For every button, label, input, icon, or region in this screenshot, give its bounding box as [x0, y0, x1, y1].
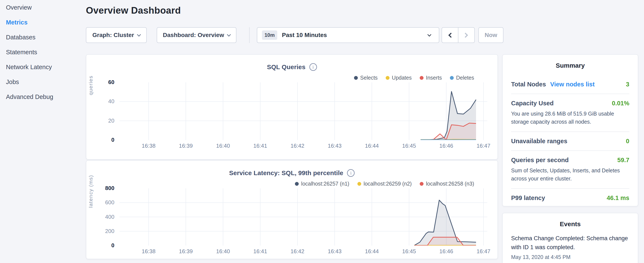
sidebar-item-overview[interactable]: Overview [0, 0, 85, 15]
x-axis-tick-label: 16:45 [394, 143, 424, 149]
y-axis-tick-label: 800 [95, 185, 114, 191]
summary-row-value: 46.1 ms [607, 194, 629, 201]
summary-title: Summary [511, 62, 629, 69]
chart-plot-area[interactable] [120, 188, 487, 245]
chevron-down-icon [427, 33, 431, 36]
summary-row: Queries per second59.7Sum of Selects, Up… [511, 150, 629, 188]
y-axis-ticks: 0200400600800 [95, 188, 114, 245]
chart-legend: SelectsUpdatesInsertsDeletes [354, 75, 474, 81]
next-time-window-button[interactable] [458, 28, 474, 43]
events-panel: Events Schema Change Completed: Schema c… [502, 213, 638, 263]
legend-label: localhost:26259 (n2) [364, 181, 412, 187]
legend-dot-icon [420, 182, 424, 186]
y-axis-tick-label: 400 [95, 214, 114, 220]
summary-row: Capacity Used0.01%You are using 28.6 MiB… [511, 94, 629, 132]
summary-row-label: Total Nodes [511, 81, 546, 88]
event-timestamp: May 13, 2020 at 4:45 PM [511, 254, 629, 260]
service-latency-chart-card: Service Latency: SQL, 99th percentile i … [86, 160, 498, 259]
sidebar-item-databases[interactable]: Databases [0, 30, 85, 45]
chart-title: Service Latency: SQL, 99th percentile [229, 169, 343, 177]
legend-item[interactable]: Inserts [420, 75, 442, 81]
x-axis-tick-label: 16:40 [208, 143, 238, 149]
x-axis-tick-label: 16:42 [282, 248, 312, 255]
summary-row-description: Sum of Selects, Updates, Inserts, and De… [511, 167, 629, 183]
chart-legend: localhost:26257 (n1)localhost:26259 (n2)… [295, 181, 474, 187]
legend-label: Inserts [426, 75, 442, 81]
summary-row: Total NodesView nodes list3 [511, 75, 629, 94]
sidebar-item-network-latency[interactable]: Network Latency [0, 60, 85, 75]
legend-item[interactable]: Deletes [450, 75, 474, 81]
legend-item[interactable]: Selects [354, 75, 378, 81]
sidebar-item-advanced-debug[interactable]: Advanced Debug [0, 89, 85, 104]
x-axis-tick-label: 16:47 [468, 248, 498, 255]
events-title: Events [511, 220, 629, 228]
chart-plot-area[interactable] [120, 82, 487, 140]
chevron-down-icon [227, 33, 231, 36]
info-icon[interactable]: i [347, 169, 355, 177]
legend-label: Selects [360, 75, 378, 81]
legend-dot-icon [420, 76, 424, 80]
sidebar-item-jobs[interactable]: Jobs [0, 75, 85, 89]
legend-item[interactable]: localhost:26259 (n2) [358, 181, 412, 187]
event-text[interactable]: Schema Change Completed: Schema change w… [511, 234, 629, 252]
graph-scope-dropdown-label: Graph: Cluster [92, 32, 134, 39]
summary-row-label: P99 latency [511, 194, 545, 201]
sidebar-item-metrics[interactable]: Metrics [0, 15, 85, 30]
summary-row-label: Queries per second [511, 157, 569, 164]
x-axis-tick-label: 16:46 [432, 248, 461, 255]
x-axis-tick-label: 16:43 [320, 143, 350, 149]
y-axis-tick-label: 600 [95, 199, 114, 206]
legend-label: localhost:26258 (n3) [426, 181, 474, 187]
x-axis-tick-label: 16:41 [245, 143, 275, 149]
summary-row-value: 3 [626, 81, 629, 88]
time-range-label: Past 10 Minutes [282, 32, 327, 39]
y-axis-tick-label: 60 [95, 79, 114, 86]
x-axis-tick-label: 16:38 [134, 248, 164, 255]
summary-rows: Total NodesView nodes list3Capacity Used… [511, 75, 629, 207]
info-icon[interactable]: i [309, 63, 317, 71]
graph-scope-dropdown[interactable]: Graph: Cluster [86, 27, 147, 43]
legend-dot-icon [354, 76, 358, 80]
time-range-badge: 10m [262, 31, 277, 40]
time-range-selector[interactable]: 10m Past 10 Minutes [257, 27, 439, 43]
sql-queries-chart-card: SQL Queries i SelectsUpdatesInsertsDelet… [86, 54, 498, 160]
toolbar-divider [249, 27, 250, 43]
legend-dot-icon [358, 182, 361, 186]
summary-row: Unavailable ranges0 [511, 132, 629, 150]
legend-dot-icon [386, 76, 390, 80]
summary-row: P99 latency46.1 ms [511, 188, 629, 207]
y-axis-tick-label: 0 [95, 242, 114, 249]
summary-row-label: Unavailable ranges [511, 138, 567, 145]
summary-row-value: 0.01% [612, 100, 629, 107]
now-button[interactable]: Now [478, 27, 504, 43]
sidebar-item-statements[interactable]: Statements [0, 45, 85, 60]
x-axis-tick-label: 16:47 [468, 143, 498, 149]
y-axis-tick-label: 20 [95, 117, 114, 124]
page-title: Overview Dashboard [86, 5, 181, 16]
dashboard-dropdown-label: Dashboard: Overview [163, 32, 224, 39]
prev-time-window-button[interactable] [442, 28, 458, 43]
view-nodes-list-link[interactable]: View nodes list [550, 81, 595, 88]
y-axis-tick-label: 0 [95, 137, 114, 143]
x-axis-tick-label: 16:38 [134, 143, 164, 149]
summary-panel: Summary Total NodesView nodes list3Capac… [502, 54, 638, 206]
x-axis-tick-label: 16:43 [320, 248, 350, 255]
chevron-left-icon [448, 33, 454, 38]
y-axis-tick-label: 40 [95, 98, 114, 105]
legend-item[interactable]: localhost:26258 (n3) [420, 181, 474, 187]
legend-dot-icon [295, 182, 299, 186]
summary-row-value: 59.7 [618, 157, 629, 164]
x-axis-tick-label: 16:39 [171, 248, 201, 255]
summary-row-label: Capacity Used [511, 100, 554, 107]
legend-label: Updates [392, 75, 412, 81]
dashboard-dropdown[interactable]: Dashboard: Overview [157, 27, 236, 43]
legend-label: localhost:26257 (n1) [301, 181, 349, 187]
y-axis-ticks: 0204060 [95, 82, 114, 140]
chart-title: SQL Queries [267, 63, 305, 71]
legend-item[interactable]: localhost:26257 (n1) [295, 181, 349, 187]
legend-item[interactable]: Updates [386, 75, 412, 81]
x-axis-tick-label: 16:44 [357, 143, 387, 149]
time-window-pager [442, 27, 475, 43]
x-axis-tick-label: 16:41 [245, 248, 275, 255]
sidebar: Overview Metrics Databases Statements Ne… [0, 0, 85, 263]
